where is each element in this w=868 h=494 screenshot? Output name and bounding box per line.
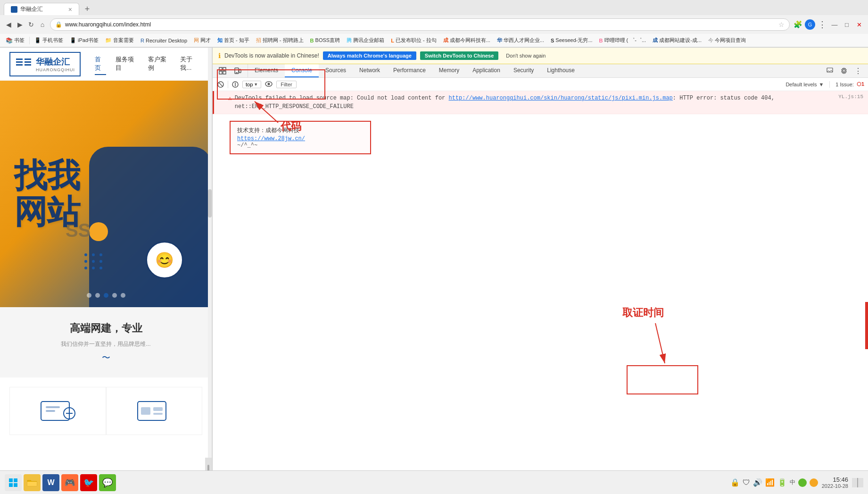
default-levels-arrow[interactable]: ▼	[818, 82, 824, 87]
tab-console[interactable]: Console	[285, 64, 319, 77]
console-toolbar: top ▼ Filter Default levels ▼ 1 Issue:	[213, 78, 868, 91]
dot-5[interactable]	[121, 293, 125, 298]
bookmark-boss[interactable]: B BOSS直聘	[307, 36, 343, 45]
tab-application[interactable]: Application	[466, 64, 507, 77]
nav-home[interactable]: 首页	[95, 53, 106, 75]
console-preserve-btn[interactable]	[231, 80, 240, 89]
maximize-btn[interactable]: □	[842, 19, 852, 30]
top-context-selector[interactable]: top ▼	[242, 81, 261, 88]
console-clear-btn[interactable]	[216, 80, 225, 89]
svg-rect-41	[9, 483, 13, 487]
show-desktop-btn[interactable]	[852, 478, 863, 487]
bookmark-star[interactable]: ☆	[778, 21, 785, 28]
svg-rect-15	[153, 413, 163, 415]
dt-settings-btn[interactable]	[838, 64, 850, 77]
profile-button[interactable]: G	[805, 19, 815, 30]
console-output-box: 技术支持：成都今网科技 https://www.28jw.cn/ ~/^_^~	[230, 121, 371, 154]
bookmark-zhihu[interactable]: 知 首页 - 知乎	[215, 36, 252, 45]
svg-rect-3	[25, 59, 31, 60]
switch-devtools-btn[interactable]: Switch DevTools to Chinese	[420, 51, 499, 60]
bookmark-recruiter[interactable]: R Recruiter Desktop	[138, 37, 190, 44]
eye-btn[interactable]	[264, 80, 273, 89]
service-card-2	[106, 387, 203, 435]
bookmark-mobile[interactable]: 📱 手机书签	[32, 36, 66, 45]
forward-button[interactable]: ▶	[15, 20, 25, 29]
error-icon: ⚠	[228, 94, 232, 102]
dont-show-again-btn[interactable]: Don't show again	[502, 51, 549, 60]
word-icon[interactable]: W	[42, 474, 59, 491]
bookmark-ipad[interactable]: 📱 iPad书签	[67, 36, 101, 45]
dot-1[interactable]	[87, 293, 91, 298]
bookmark-hxrc[interactable]: 华 华西人才网企业...	[494, 36, 547, 45]
bookmark-bilibili[interactable]: B 哔哩哔哩 ( ゜-゜...	[596, 36, 649, 45]
banner-dots	[87, 293, 125, 298]
svg-point-24	[843, 70, 845, 72]
close-btn[interactable]: ✕	[854, 19, 864, 30]
wechat-icon[interactable]: 💬	[99, 474, 116, 491]
start-button[interactable]	[5, 474, 22, 491]
dt-feedback-btn[interactable]	[824, 64, 836, 77]
bookmark-item[interactable]: 📚 书签	[3, 36, 27, 45]
website-content: 华融企汇 HUARONGQIHUI 首页 服务项目 客户案例 关于我... 找我…	[0, 48, 212, 494]
angry-birds-icon[interactable]: 🐦	[80, 474, 97, 491]
back-button[interactable]: ◀	[4, 20, 13, 29]
tab-sources[interactable]: Sources	[319, 64, 353, 77]
tab-elements[interactable]: Elements	[248, 64, 285, 77]
bookmark-wangcai[interactable]: 网 网才	[191, 36, 214, 45]
nav-about[interactable]: 关于我...	[180, 53, 202, 75]
bookmark-divider	[29, 37, 30, 44]
bookmark-jinwang[interactable]: 成 成都今网科技有...	[440, 36, 493, 45]
volume-icon[interactable]: 🔊	[753, 478, 762, 487]
bookmark-seeseed[interactable]: S Seeseed-无穷...	[548, 36, 595, 45]
devtools-icons	[213, 64, 248, 77]
address-bar[interactable]: 🔒 www.huarongqihui.com/index.html ☆	[50, 18, 790, 31]
input-icon: 中	[790, 478, 795, 486]
nav-services[interactable]: 服务项目	[116, 53, 139, 75]
tab-performance[interactable]: Performance	[387, 64, 432, 77]
dot-4[interactable]	[112, 293, 117, 298]
scrollbar-thumb[interactable]	[208, 189, 212, 218]
tab-close[interactable]: ×	[68, 6, 72, 13]
bookmark-cdwz[interactable]: 成 成都网站建设-成...	[650, 36, 704, 45]
minimize-btn[interactable]: —	[829, 19, 840, 30]
dot-2[interactable]	[95, 293, 100, 298]
device-toolbar-btn[interactable]	[231, 64, 244, 77]
browser-tab[interactable]: 华融企汇 ×	[4, 3, 79, 15]
dt-more-btn[interactable]: ⋮	[852, 64, 864, 77]
filter-input[interactable]: Filter	[276, 81, 296, 88]
inspect-element-btn[interactable]	[216, 64, 229, 77]
tab-security[interactable]: Security	[507, 64, 540, 77]
nav-cases[interactable]: 客户案例	[148, 53, 171, 75]
home-button[interactable]: ⌂	[38, 20, 47, 29]
hero-illustration: 😊 SS	[80, 147, 212, 307]
hero-text: 找我 网站	[14, 158, 80, 230]
refresh-button[interactable]: ↻	[26, 20, 36, 29]
logo-text: 华融企汇 HUARONGQIHUI	[36, 56, 75, 72]
new-tab-button[interactable]: +	[81, 3, 93, 15]
bookmark-project[interactable]: 今 今网项目查询	[705, 36, 749, 45]
dot-3[interactable]	[104, 293, 108, 298]
tab-memory[interactable]: Memory	[432, 64, 466, 77]
bookmark-tencent[interactable]: 腾 腾讯企业邮箱	[344, 36, 387, 45]
site-scrollbar[interactable]	[208, 48, 212, 494]
url-text: www.huarongqihui.com/index.html	[65, 21, 776, 28]
extensions-button[interactable]: 🧩	[793, 19, 803, 30]
chrome-menu[interactable]: ⋮	[817, 19, 827, 30]
tech-support-link[interactable]: https://www.28jw.cn/	[237, 135, 364, 142]
always-match-btn[interactable]: Always match Chrome's language	[323, 51, 416, 60]
bookmark-zhaopin[interactable]: 招 招聘网 - 招聘路上	[253, 36, 306, 45]
logo-cn: 华融企汇	[36, 56, 75, 67]
tab-network[interactable]: Network	[353, 64, 387, 77]
game-icon[interactable]: 🎮	[61, 474, 78, 491]
tab-lighthouse[interactable]: Lighthouse	[540, 64, 581, 77]
issues-count: 1 Issue:	[835, 82, 854, 87]
shield-icon: 🛡	[743, 478, 750, 487]
svg-rect-8	[46, 410, 55, 412]
bookmark-lagou[interactable]: L 已发布职位 - 拉勾	[388, 36, 439, 45]
bookmark-yinjian[interactable]: 📁 音案需要	[102, 36, 137, 45]
svg-rect-2	[16, 64, 23, 66]
file-explorer-icon[interactable]	[24, 474, 41, 491]
hero-banner: 找我 网站 😊	[0, 81, 212, 307]
main-area: 华融企汇 HUARONGQIHUI 首页 服务项目 客户案例 关于我... 找我…	[0, 48, 868, 494]
error-link[interactable]: http://www.huarongqihui.com/skin/huarong…	[449, 95, 673, 101]
